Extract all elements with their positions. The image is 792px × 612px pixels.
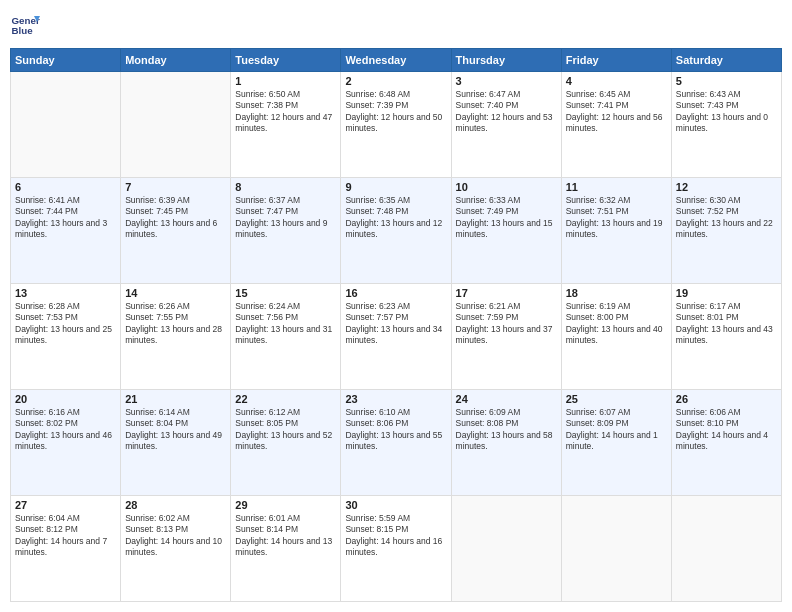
weekday-header-friday: Friday <box>561 49 671 72</box>
calendar-cell: 13Sunrise: 6:28 AMSunset: 7:53 PMDayligh… <box>11 284 121 390</box>
day-number: 15 <box>235 287 336 299</box>
day-info: Sunrise: 6:10 AMSunset: 8:06 PMDaylight:… <box>345 407 446 453</box>
calendar-body: 1Sunrise: 6:50 AMSunset: 7:38 PMDaylight… <box>11 72 782 602</box>
day-info: Sunrise: 6:07 AMSunset: 8:09 PMDaylight:… <box>566 407 667 453</box>
calendar-cell <box>451 496 561 602</box>
calendar-week-2: 6Sunrise: 6:41 AMSunset: 7:44 PMDaylight… <box>11 178 782 284</box>
calendar-cell: 9Sunrise: 6:35 AMSunset: 7:48 PMDaylight… <box>341 178 451 284</box>
day-number: 18 <box>566 287 667 299</box>
calendar-cell: 14Sunrise: 6:26 AMSunset: 7:55 PMDayligh… <box>121 284 231 390</box>
day-number: 7 <box>125 181 226 193</box>
day-number: 2 <box>345 75 446 87</box>
calendar-cell: 22Sunrise: 6:12 AMSunset: 8:05 PMDayligh… <box>231 390 341 496</box>
calendar-cell: 17Sunrise: 6:21 AMSunset: 7:59 PMDayligh… <box>451 284 561 390</box>
calendar-header-row: SundayMondayTuesdayWednesdayThursdayFrid… <box>11 49 782 72</box>
day-number: 5 <box>676 75 777 87</box>
day-number: 21 <box>125 393 226 405</box>
day-info: Sunrise: 6:06 AMSunset: 8:10 PMDaylight:… <box>676 407 777 453</box>
day-number: 13 <box>15 287 116 299</box>
calendar-cell: 4Sunrise: 6:45 AMSunset: 7:41 PMDaylight… <box>561 72 671 178</box>
logo-icon: General Blue <box>10 10 40 40</box>
calendar-cell: 20Sunrise: 6:16 AMSunset: 8:02 PMDayligh… <box>11 390 121 496</box>
day-info: Sunrise: 6:09 AMSunset: 8:08 PMDaylight:… <box>456 407 557 453</box>
calendar-cell: 23Sunrise: 6:10 AMSunset: 8:06 PMDayligh… <box>341 390 451 496</box>
day-info: Sunrise: 6:19 AMSunset: 8:00 PMDaylight:… <box>566 301 667 347</box>
day-number: 20 <box>15 393 116 405</box>
calendar-week-1: 1Sunrise: 6:50 AMSunset: 7:38 PMDaylight… <box>11 72 782 178</box>
calendar-cell: 28Sunrise: 6:02 AMSunset: 8:13 PMDayligh… <box>121 496 231 602</box>
calendar-week-5: 27Sunrise: 6:04 AMSunset: 8:12 PMDayligh… <box>11 496 782 602</box>
weekday-header-tuesday: Tuesday <box>231 49 341 72</box>
day-number: 24 <box>456 393 557 405</box>
day-info: Sunrise: 6:37 AMSunset: 7:47 PMDaylight:… <box>235 195 336 241</box>
calendar-cell: 15Sunrise: 6:24 AMSunset: 7:56 PMDayligh… <box>231 284 341 390</box>
day-info: Sunrise: 6:26 AMSunset: 7:55 PMDaylight:… <box>125 301 226 347</box>
weekday-header-wednesday: Wednesday <box>341 49 451 72</box>
calendar-cell: 1Sunrise: 6:50 AMSunset: 7:38 PMDaylight… <box>231 72 341 178</box>
day-info: Sunrise: 6:12 AMSunset: 8:05 PMDaylight:… <box>235 407 336 453</box>
day-number: 27 <box>15 499 116 511</box>
day-number: 14 <box>125 287 226 299</box>
calendar-cell: 5Sunrise: 6:43 AMSunset: 7:43 PMDaylight… <box>671 72 781 178</box>
day-info: Sunrise: 6:30 AMSunset: 7:52 PMDaylight:… <box>676 195 777 241</box>
day-number: 9 <box>345 181 446 193</box>
day-info: Sunrise: 6:43 AMSunset: 7:43 PMDaylight:… <box>676 89 777 135</box>
day-info: Sunrise: 6:16 AMSunset: 8:02 PMDaylight:… <box>15 407 116 453</box>
day-info: Sunrise: 6:21 AMSunset: 7:59 PMDaylight:… <box>456 301 557 347</box>
day-number: 30 <box>345 499 446 511</box>
calendar-cell: 8Sunrise: 6:37 AMSunset: 7:47 PMDaylight… <box>231 178 341 284</box>
svg-text:Blue: Blue <box>12 25 34 36</box>
day-info: Sunrise: 6:17 AMSunset: 8:01 PMDaylight:… <box>676 301 777 347</box>
header: General Blue <box>10 10 782 40</box>
weekday-header-thursday: Thursday <box>451 49 561 72</box>
calendar-cell: 3Sunrise: 6:47 AMSunset: 7:40 PMDaylight… <box>451 72 561 178</box>
calendar-cell: 12Sunrise: 6:30 AMSunset: 7:52 PMDayligh… <box>671 178 781 284</box>
day-number: 10 <box>456 181 557 193</box>
calendar-cell: 19Sunrise: 6:17 AMSunset: 8:01 PMDayligh… <box>671 284 781 390</box>
day-info: Sunrise: 6:23 AMSunset: 7:57 PMDaylight:… <box>345 301 446 347</box>
calendar-cell: 29Sunrise: 6:01 AMSunset: 8:14 PMDayligh… <box>231 496 341 602</box>
day-info: Sunrise: 6:45 AMSunset: 7:41 PMDaylight:… <box>566 89 667 135</box>
day-number: 16 <box>345 287 446 299</box>
day-info: Sunrise: 6:02 AMSunset: 8:13 PMDaylight:… <box>125 513 226 559</box>
day-number: 4 <box>566 75 667 87</box>
day-info: Sunrise: 6:48 AMSunset: 7:39 PMDaylight:… <box>345 89 446 135</box>
day-number: 25 <box>566 393 667 405</box>
day-number: 19 <box>676 287 777 299</box>
day-info: Sunrise: 6:32 AMSunset: 7:51 PMDaylight:… <box>566 195 667 241</box>
day-info: Sunrise: 6:33 AMSunset: 7:49 PMDaylight:… <box>456 195 557 241</box>
logo: General Blue <box>10 10 42 40</box>
calendar-cell: 6Sunrise: 6:41 AMSunset: 7:44 PMDaylight… <box>11 178 121 284</box>
day-info: Sunrise: 6:47 AMSunset: 7:40 PMDaylight:… <box>456 89 557 135</box>
day-info: Sunrise: 6:24 AMSunset: 7:56 PMDaylight:… <box>235 301 336 347</box>
calendar-cell <box>11 72 121 178</box>
day-number: 22 <box>235 393 336 405</box>
calendar-cell <box>671 496 781 602</box>
day-number: 23 <box>345 393 446 405</box>
day-info: Sunrise: 6:04 AMSunset: 8:12 PMDaylight:… <box>15 513 116 559</box>
calendar-cell: 25Sunrise: 6:07 AMSunset: 8:09 PMDayligh… <box>561 390 671 496</box>
day-info: Sunrise: 6:41 AMSunset: 7:44 PMDaylight:… <box>15 195 116 241</box>
day-number: 26 <box>676 393 777 405</box>
weekday-header-monday: Monday <box>121 49 231 72</box>
calendar-cell: 26Sunrise: 6:06 AMSunset: 8:10 PMDayligh… <box>671 390 781 496</box>
calendar-cell: 11Sunrise: 6:32 AMSunset: 7:51 PMDayligh… <box>561 178 671 284</box>
day-info: Sunrise: 6:01 AMSunset: 8:14 PMDaylight:… <box>235 513 336 559</box>
weekday-header-saturday: Saturday <box>671 49 781 72</box>
calendar-cell: 2Sunrise: 6:48 AMSunset: 7:39 PMDaylight… <box>341 72 451 178</box>
day-number: 28 <box>125 499 226 511</box>
calendar-cell: 10Sunrise: 6:33 AMSunset: 7:49 PMDayligh… <box>451 178 561 284</box>
day-number: 12 <box>676 181 777 193</box>
day-info: Sunrise: 5:59 AMSunset: 8:15 PMDaylight:… <box>345 513 446 559</box>
calendar-cell: 30Sunrise: 5:59 AMSunset: 8:15 PMDayligh… <box>341 496 451 602</box>
calendar-cell: 24Sunrise: 6:09 AMSunset: 8:08 PMDayligh… <box>451 390 561 496</box>
calendar-week-3: 13Sunrise: 6:28 AMSunset: 7:53 PMDayligh… <box>11 284 782 390</box>
day-number: 1 <box>235 75 336 87</box>
page: General Blue SundayMondayTuesdayWednesda… <box>0 0 792 612</box>
calendar-cell: 27Sunrise: 6:04 AMSunset: 8:12 PMDayligh… <box>11 496 121 602</box>
day-info: Sunrise: 6:28 AMSunset: 7:53 PMDaylight:… <box>15 301 116 347</box>
day-number: 6 <box>15 181 116 193</box>
weekday-header-sunday: Sunday <box>11 49 121 72</box>
calendar-table: SundayMondayTuesdayWednesdayThursdayFrid… <box>10 48 782 602</box>
calendar-cell: 7Sunrise: 6:39 AMSunset: 7:45 PMDaylight… <box>121 178 231 284</box>
